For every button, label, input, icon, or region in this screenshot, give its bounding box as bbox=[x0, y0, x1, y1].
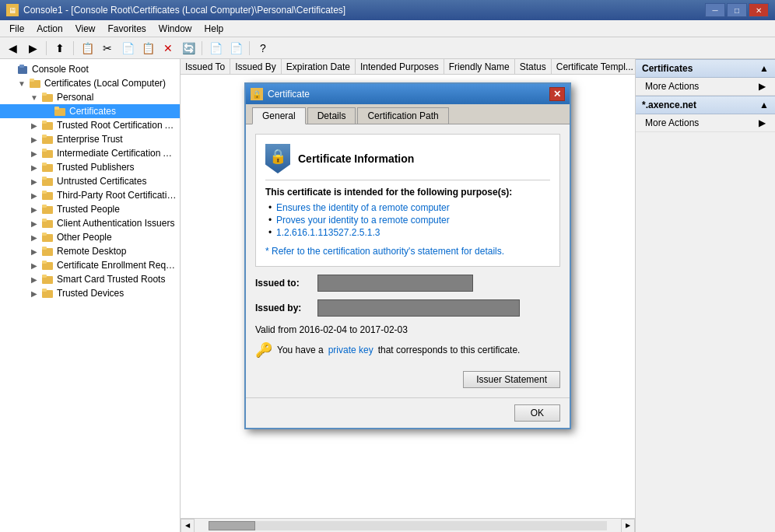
tree-item-6[interactable]: ▶Intermediate Certification Au... bbox=[0, 146, 180, 160]
menu-item-favorites[interactable]: Favorites bbox=[102, 22, 153, 36]
hscroll-left-arrow[interactable]: ◀ bbox=[181, 519, 195, 533]
tree-item-1[interactable]: ▼Certificates (Local Computer) bbox=[0, 76, 180, 90]
tree-item-12[interactable]: ▶Other People bbox=[0, 230, 180, 244]
toolbar-separator-1 bbox=[46, 41, 47, 55]
actions-section-header-0[interactable]: Certificates▲ bbox=[636, 59, 775, 78]
issuer-statement-button[interactable]: Issuer Statement bbox=[463, 371, 560, 388]
tree-item-16[interactable]: ▶Trusted Devices bbox=[0, 286, 180, 300]
col-intended-purposes[interactable]: Intended Purposes bbox=[356, 59, 444, 74]
cert-info-box: 🔒 Certificate Information This certifica… bbox=[255, 134, 560, 267]
forward-button[interactable]: ▶ bbox=[23, 40, 42, 57]
svg-rect-33 bbox=[42, 289, 47, 292]
cert-issued-by-value bbox=[317, 299, 520, 317]
tree-expand-icon: ▶ bbox=[28, 149, 40, 158]
folder-icon bbox=[40, 217, 54, 229]
help-button[interactable]: ? bbox=[254, 40, 272, 57]
col-issued-to[interactable]: Issued To bbox=[181, 59, 230, 74]
cert-refer-note: * Refer to the certification authority's… bbox=[265, 246, 550, 257]
tree-expand-icon: ▶ bbox=[28, 247, 40, 256]
actions-section-title-1: *.axence.net bbox=[642, 100, 696, 110]
tree-expand-icon: ▶ bbox=[28, 261, 40, 270]
app-icon: 🖥 bbox=[6, 4, 19, 16]
col-cert-template[interactable]: Certificate Templ... bbox=[552, 59, 635, 74]
tab-details[interactable]: Details bbox=[307, 107, 356, 124]
paste-button[interactable]: 📋 bbox=[139, 40, 157, 57]
tree-label: Smart Card Trusted Roots bbox=[57, 274, 165, 285]
tree-item-0[interactable]: Console Root bbox=[0, 62, 180, 76]
up-button[interactable]: ⬆ bbox=[51, 40, 69, 57]
dialog-close-button[interactable]: ✕ bbox=[549, 87, 565, 101]
tree-item-9[interactable]: ▶Third-Party Root Certification... bbox=[0, 188, 180, 202]
svg-rect-3 bbox=[30, 79, 34, 82]
tree-item-11[interactable]: ▶Client Authentication Issuers bbox=[0, 216, 180, 230]
cert-info-title: Certificate Information bbox=[298, 152, 414, 165]
maximize-button[interactable]: □ bbox=[727, 3, 747, 17]
tree-item-13[interactable]: ▶Remote Desktop bbox=[0, 244, 180, 258]
actions-item-arrow-0-0: ▶ bbox=[759, 81, 766, 92]
folder-icon bbox=[40, 91, 54, 103]
folder-icon bbox=[40, 189, 54, 201]
tree-item-4[interactable]: ▶Trusted Root Certification Au... bbox=[0, 118, 180, 132]
refresh-button[interactable]: 🔄 bbox=[179, 40, 198, 57]
tab-certification-path[interactable]: Certification Path bbox=[357, 107, 448, 124]
menu-item-action[interactable]: Action bbox=[30, 22, 68, 36]
properties-button[interactable]: 📄 bbox=[226, 40, 245, 57]
tree-expand-icon: ▶ bbox=[28, 233, 40, 242]
col-issued-by[interactable]: Issued By bbox=[230, 59, 282, 74]
menu-item-help[interactable]: Help bbox=[198, 22, 230, 36]
show-hide-button[interactable]: 📋 bbox=[78, 40, 96, 57]
col-status[interactable]: Status bbox=[515, 59, 552, 74]
tree-item-14[interactable]: ▶Certificate Enrollment Reque... bbox=[0, 258, 180, 272]
actions-item-1-0[interactable]: More Actions▶ bbox=[636, 114, 775, 132]
content-scroll: 🔒 Certificate ✕ General Details Certific… bbox=[181, 75, 635, 518]
col-expiration-date[interactable]: Expiration Date bbox=[282, 59, 356, 74]
folder-icon bbox=[53, 105, 67, 117]
folder-icon bbox=[40, 119, 54, 131]
tree-item-5[interactable]: ▶Enterprise Trust bbox=[0, 132, 180, 146]
tree-item-7[interactable]: ▶Trusted Publishers bbox=[0, 160, 180, 174]
cert-private-key-link[interactable]: private key bbox=[328, 345, 373, 355]
tree-expand-icon: ▶ bbox=[28, 163, 40, 172]
folder-icon bbox=[40, 147, 54, 159]
main-container: Console Root▼Certificates (Local Compute… bbox=[0, 59, 775, 532]
svg-rect-31 bbox=[42, 275, 47, 278]
cert-key-text-1: You have a bbox=[277, 345, 324, 355]
tree-item-8[interactable]: ▶Untrusted Certificates bbox=[0, 174, 180, 188]
tree-label: Third-Party Root Certification... bbox=[57, 190, 177, 201]
menu-item-window[interactable]: Window bbox=[153, 22, 198, 36]
tree-label: Personal bbox=[57, 92, 93, 103]
valid-to-date: 2017-02-03 bbox=[360, 324, 408, 335]
tab-general[interactable]: General bbox=[252, 107, 306, 124]
folder-icon bbox=[40, 273, 54, 285]
tree-item-3[interactable]: Certificates bbox=[0, 104, 180, 118]
tree-label: Trusted People bbox=[57, 204, 120, 215]
delete-button[interactable]: ✕ bbox=[159, 40, 177, 57]
hscroll-right-arrow[interactable]: ▶ bbox=[621, 519, 635, 533]
minimize-button[interactable]: ─ bbox=[705, 3, 725, 17]
col-friendly-name[interactable]: Friendly Name bbox=[444, 59, 515, 74]
back-button[interactable]: ◀ bbox=[3, 40, 22, 57]
svg-rect-1 bbox=[19, 65, 24, 68]
menu-item-view[interactable]: View bbox=[69, 22, 102, 36]
ok-button[interactable]: OK bbox=[514, 404, 560, 422]
cut-button[interactable]: ✂ bbox=[98, 40, 117, 57]
actions-section-header-1[interactable]: *.axence.net▲ bbox=[636, 96, 775, 114]
tree-expand-icon: ▶ bbox=[28, 289, 40, 298]
actions-item-0-0[interactable]: More Actions▶ bbox=[636, 78, 775, 96]
menu-item-file[interactable]: File bbox=[3, 22, 30, 36]
valid-from-label: Valid from bbox=[255, 324, 296, 335]
tree-label: Trusted Devices bbox=[57, 288, 124, 299]
copy-button[interactable]: 📄 bbox=[118, 40, 137, 57]
cert-issued-by-row: Issued by: bbox=[255, 299, 560, 317]
export-list-button[interactable]: 📄 bbox=[206, 40, 225, 57]
hscroll-track[interactable] bbox=[209, 521, 607, 530]
tree-item-15[interactable]: ▶Smart Card Trusted Roots bbox=[0, 272, 180, 286]
tree-item-10[interactable]: ▶Trusted People bbox=[0, 202, 180, 216]
tree-item-2[interactable]: ▼Personal bbox=[0, 90, 180, 104]
svg-rect-9 bbox=[42, 121, 47, 124]
horizontal-scrollbar[interactable]: ◀ ▶ bbox=[181, 518, 635, 532]
hscroll-thumb[interactable] bbox=[209, 521, 255, 530]
svg-rect-11 bbox=[42, 135, 47, 138]
close-button[interactable]: ✕ bbox=[749, 3, 769, 17]
cert-shield-icon: 🔒 bbox=[265, 144, 290, 173]
